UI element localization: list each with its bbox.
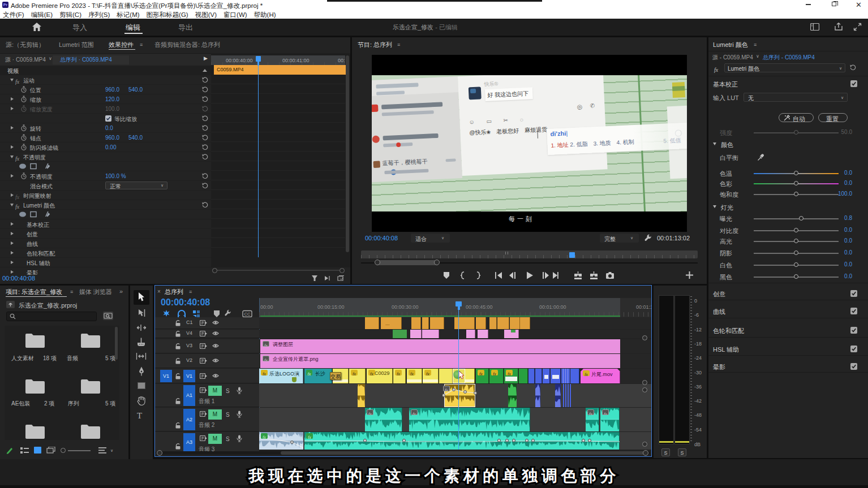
svg-text:CC: CC [244,312,251,317]
